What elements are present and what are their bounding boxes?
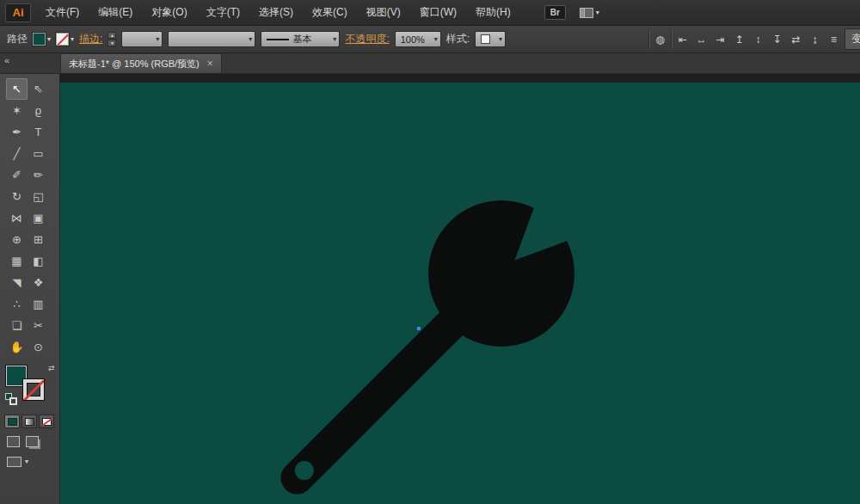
caret-down-icon: ▾ [25,458,28,465]
control-bar-right: ◍ ⇤↔⇥↥↕↧⇄↨≡ 变 [648,28,860,50]
artboard-tool[interactable]: ❏ [6,315,28,336]
brush-definition-value: 基本 [292,33,311,46]
shape-builder-tool[interactable]: ⊕ [6,229,28,250]
draw-mode-row [7,436,59,447]
perspective-grid-tool[interactable]: ⊞ [28,229,49,250]
document-setup-globe-icon[interactable]: ◍ [652,31,668,48]
menu-item[interactable]: 窗口(W) [410,0,466,25]
distribute-vertical-icon[interactable]: ↨ [807,31,823,48]
stroke-width-stepper[interactable]: ▲ ▼ [108,32,116,46]
more-options-icon[interactable]: ≡ [826,31,842,48]
style-label: 样式: [446,32,470,46]
divider [671,30,672,49]
hand-tool[interactable]: ✋ [6,336,28,358]
menu-item[interactable]: 文字(T) [197,0,249,25]
fill-color-well[interactable]: ▾ [33,33,51,46]
caret-down-icon: ▾ [499,36,502,43]
paintbrush-tool[interactable]: ✐ [6,164,28,186]
bridge-button[interactable]: Br [544,5,566,20]
pen-tool[interactable]: ✒ [6,121,28,143]
gradient-tool[interactable]: ◧ [28,250,49,272]
menu-item[interactable]: 效果(C) [303,0,357,25]
wrench-artwork[interactable] [60,74,860,504]
stroke-swatch[interactable] [22,378,45,401]
transform-panel-tab[interactable]: 变 [845,28,860,50]
menu-item[interactable]: 对象(O) [142,0,196,25]
line-segment-tool[interactable]: ╱ [6,143,28,164]
eyedropper-tool[interactable]: ◥ [6,272,28,293]
opacity-dropdown[interactable]: 100% ▾ [395,31,441,47]
distribute-horizontal-icon[interactable]: ⇄ [788,31,804,48]
screen-mode-button[interactable]: ▾ [7,457,59,467]
mesh-tool[interactable]: ▦ [6,250,28,272]
align-left-icon[interactable]: ⇤ [674,31,691,48]
menu-item[interactable]: 文件(F) [36,0,89,25]
opacity-value: 100% [401,34,425,45]
align-top-icon[interactable]: ↥ [731,31,747,48]
draw-behind-button[interactable] [26,436,39,447]
menu-bar: Ai 文件(F)编辑(E)对象(O)文字(T)选择(S)效果(C)视图(V)窗口… [0,0,860,26]
fill-color-swatch [33,33,46,46]
tab-bar: « 未标题-1* @ 150% (RGB/预览) × [0,53,860,74]
color-button[interactable] [4,415,20,428]
rotate-tool[interactable]: ↻ [6,186,28,207]
stepper-up-icon[interactable]: ▲ [108,32,116,39]
brush-definition-dropdown[interactable]: 基本 ▾ [261,31,340,47]
width-profile-dropdown[interactable]: ▾ [168,31,255,47]
scale-tool[interactable]: ◱ [28,186,49,207]
tool-grid: ↖⇖✶ϱ✒T╱▭✐✏↻◱⋈▣⊕⊞▦◧◥❖∴▥❏✂✋⊙ [6,78,59,358]
column-graph-tool[interactable]: ▥ [28,293,49,315]
default-stroke-chip [9,397,17,405]
magic-wand-tool[interactable]: ✶ [6,100,28,121]
illustrator-window: Ai 文件(F)编辑(E)对象(O)文字(T)选择(S)效果(C)视图(V)窗口… [0,0,860,504]
color-chip [8,418,17,426]
symbol-sprayer-tool[interactable]: ∴ [6,293,28,315]
lasso-tool[interactable]: ϱ [28,100,49,121]
menu-item[interactable]: 视图(V) [357,0,410,25]
align-bottom-icon[interactable]: ↧ [769,31,785,48]
canvas-region[interactable] [60,74,860,504]
menu-item[interactable]: 编辑(E) [89,0,142,25]
align-icons: ⇤↔⇥↥↕↧⇄↨≡ [674,31,842,48]
swap-fill-stroke-icon[interactable]: ⇄ [48,364,55,372]
collapse-tools-button[interactable]: « [0,53,60,65]
opacity-panel-link[interactable]: 不透明度: [345,32,389,46]
rectangle-tool[interactable]: ▭ [28,143,49,164]
caret-down-icon: ▾ [434,36,438,43]
stroke-panel-link[interactable]: 描边: [79,32,102,46]
gradient-button[interactable] [22,415,37,428]
stroke-none-swatch [56,33,69,46]
type-tool[interactable]: T [28,121,49,143]
caret-down-icon: ▾ [47,36,51,43]
none-button[interactable] [39,415,54,428]
free-transform-tool[interactable]: ▣ [28,207,49,229]
slice-tool[interactable]: ✂ [28,315,49,336]
selection-tool[interactable]: ↖ [6,78,28,100]
align-right-icon[interactable]: ⇥ [712,31,728,48]
anchor-point[interactable] [417,327,421,330]
width-tool[interactable]: ⋈ [6,207,28,229]
caret-down-icon: ▾ [71,36,74,43]
context-label: 路径 [7,32,28,46]
caret-down-icon: ▾ [596,9,599,16]
graphic-style-dropdown[interactable]: ▾ [475,31,506,47]
blend-tool[interactable]: ❖ [28,272,49,293]
pencil-tool[interactable]: ✏ [28,164,49,186]
align-horizontal-center-icon[interactable]: ↔ [693,31,710,48]
stroke-width-dropdown[interactable]: ▾ [121,31,163,47]
menu-item[interactable]: 选择(S) [249,0,303,25]
workspace-switcher[interactable]: ▾ [580,8,599,18]
close-tab-icon[interactable]: × [207,58,213,69]
default-fill-stroke-icon[interactable] [5,393,18,406]
workspace-grid-icon [580,8,593,18]
menu-items: 文件(F)编辑(E)对象(O)文字(T)选择(S)效果(C)视图(V)窗口(W)… [36,0,520,25]
document-tab-title: 未标题-1* @ 150% (RGB/预览) [69,58,200,71]
stepper-down-icon[interactable]: ▼ [108,40,116,46]
stroke-color-well[interactable]: ▾ [56,33,74,46]
align-vertical-center-icon[interactable]: ↕ [750,31,766,48]
direct-selection-tool[interactable]: ⇖ [28,78,49,100]
document-tab[interactable]: 未标题-1* @ 150% (RGB/预览) × [60,53,222,73]
menu-item[interactable]: 帮助(H) [466,0,520,25]
zoom-tool[interactable]: ⊙ [28,336,49,358]
draw-normal-button[interactable] [7,436,20,447]
